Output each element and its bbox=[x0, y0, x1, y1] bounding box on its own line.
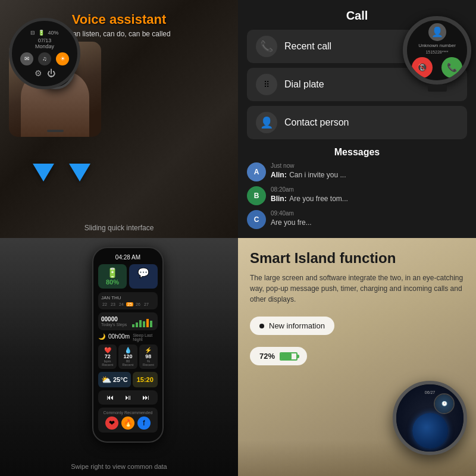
dial-plate-label: Dial plate bbox=[284, 79, 324, 90]
watch-date: 07/13 Monday bbox=[35, 37, 54, 49]
msg-text-2: Are you free tom... bbox=[289, 195, 348, 203]
heart-rate-block: ❤️ 72 bpm Recent bbox=[98, 345, 117, 369]
msg-time-3: 09:40am bbox=[271, 210, 467, 217]
accept-button[interactable]: 📞 bbox=[441, 57, 462, 78]
messages-title: Messages bbox=[247, 147, 467, 158]
time-block: 15:20 bbox=[133, 372, 158, 387]
bp-label: Recent bbox=[122, 363, 133, 367]
cal-day-5: 26 bbox=[134, 302, 142, 306]
phone-icon: 📞 bbox=[256, 36, 277, 57]
battery-icon: 🔋 bbox=[107, 267, 118, 278]
blood-pressure-block: 💧 120 80 Recent bbox=[118, 345, 137, 369]
battery-fill bbox=[281, 353, 292, 359]
gear-icon[interactable]: ⚙ bbox=[35, 68, 42, 78]
messages-section: Messages A Just now Alin: Can i invite y… bbox=[247, 147, 467, 234]
contact-icon: 👤 bbox=[256, 112, 277, 133]
battery-percent: 80% bbox=[106, 278, 119, 286]
contact-person-item[interactable]: 👤 Contact person bbox=[247, 106, 467, 139]
message-block: 💬 bbox=[129, 264, 158, 289]
msg-sender-2: Blin: bbox=[271, 195, 287, 203]
sleep-block: 🌙 00h00m Sleep Last Night bbox=[98, 333, 158, 342]
bp-value: 120 bbox=[123, 353, 132, 359]
health-row: ❤️ 72 bpm Recent 💧 120 80 Recent ⚡ 98 % … bbox=[98, 345, 158, 369]
signal-icon: ⊟ bbox=[30, 30, 35, 36]
new-info-pill: New information bbox=[250, 317, 334, 335]
weather-temp: 25°C bbox=[113, 376, 128, 383]
arrow-left bbox=[33, 164, 54, 181]
oxygen-label: Recent bbox=[143, 363, 154, 367]
dialpad-icon: ⠿ bbox=[256, 74, 277, 95]
svg-rect-1 bbox=[136, 322, 138, 327]
decline-button[interactable]: 📵 bbox=[412, 57, 433, 78]
quick-interface-panel: 04:28 AM 🔋 80% 💬 JAN THU 22 23 24 bbox=[0, 238, 238, 476]
msg-text-1: Can i invite you ... bbox=[289, 171, 346, 179]
bp-icon: 💧 bbox=[124, 347, 131, 353]
contact-person-label: Contact person bbox=[284, 117, 349, 128]
message-icon: 💬 bbox=[137, 267, 149, 278]
battery-pill: 72% bbox=[250, 347, 307, 365]
rec-icon-3[interactable]: f bbox=[137, 416, 151, 430]
battery-icon: 🔋 bbox=[38, 30, 45, 36]
weather-block: ⛅ 25°C bbox=[98, 372, 131, 387]
watch-face: 👤 Unknown number 1515228**** 📵 📞 bbox=[403, 16, 471, 84]
msg-avatar-1: A bbox=[247, 162, 266, 181]
brightness-icon: ☀ bbox=[56, 52, 69, 65]
prev-button[interactable]: ⏮ bbox=[107, 393, 114, 402]
round-watch-face: ⊟ 🔋 40% 07/13 Monday ✉ ♫ ☀ ⚙ ⏻ bbox=[9, 18, 80, 89]
rec-icon-2[interactable]: 🔥 bbox=[121, 416, 134, 430]
steps-value: 00000 bbox=[101, 316, 127, 322]
panel-time: 04:28 AM bbox=[98, 254, 158, 261]
cal-day-1: 22 bbox=[101, 302, 108, 306]
smart-island-description: The large screen and software integrate … bbox=[250, 273, 464, 305]
smart-island-panel: Smart Island function The large screen a… bbox=[238, 238, 476, 476]
arrow-right bbox=[69, 164, 90, 181]
heart-icon: ❤️ bbox=[104, 347, 111, 353]
weather-icon: ⛅ bbox=[101, 375, 111, 384]
cal-day-2: 23 bbox=[109, 302, 117, 306]
message-item-3: C 09:40am Are you fre... bbox=[247, 210, 467, 229]
weather-row: ⛅ 25°C 15:20 bbox=[98, 372, 158, 387]
recommended-label: Commonly Recommended bbox=[101, 411, 155, 415]
caller-avatar: 👤 bbox=[428, 23, 446, 41]
power-icon[interactable]: ⏻ bbox=[47, 68, 55, 78]
unknown-number-label: Unknown number bbox=[418, 43, 456, 48]
calendar-month: JAN THU bbox=[101, 295, 121, 300]
sliding-quick-label: Sliding quick interface bbox=[0, 224, 238, 232]
message-item-2: B 08:20am Blin: Are you free tom... bbox=[247, 186, 467, 205]
svg-rect-2 bbox=[139, 320, 142, 327]
incoming-call-watch: 👤 Unknown number 1515228**** 📵 📞 bbox=[403, 9, 471, 92]
svg-rect-4 bbox=[146, 319, 149, 327]
down-arrows bbox=[33, 164, 90, 181]
call-action-buttons: 📵 📞 bbox=[412, 57, 462, 78]
battery-percentage: 72% bbox=[259, 352, 275, 361]
moon-icon: 🌙 bbox=[98, 333, 105, 342]
battery-block: 🔋 80% bbox=[98, 264, 127, 289]
cal-day-6: 27 bbox=[143, 302, 150, 306]
heart-rate-label: Recent bbox=[102, 363, 113, 367]
svg-rect-0 bbox=[132, 324, 134, 327]
play-pause-button[interactable]: ⏯ bbox=[124, 393, 131, 402]
music-controls: ⏮ ⏯ ⏭ bbox=[98, 390, 158, 405]
smart-island-title: Smart Island function bbox=[250, 250, 464, 267]
svg-rect-3 bbox=[143, 321, 145, 327]
battery-cap bbox=[298, 355, 299, 358]
msg-time-1: Just now bbox=[271, 162, 467, 169]
steps-label: Today's Steps bbox=[101, 322, 127, 327]
oxygen-value: 98 bbox=[145, 353, 151, 359]
call-panel: Call 📞 Recent call ⠿ Dial plate 👤 Contac… bbox=[238, 0, 476, 238]
msg-time-2: 08:20am bbox=[271, 186, 467, 193]
watch-band-top bbox=[428, 9, 447, 16]
phone-ui-panel: 04:28 AM 🔋 80% 💬 JAN THU 22 23 24 bbox=[92, 247, 164, 443]
mail-icon: ✉ bbox=[20, 52, 33, 65]
battery-percent: 40% bbox=[48, 30, 58, 36]
rec-icon-1[interactable]: ❤ bbox=[105, 416, 118, 430]
message-item-1: A Just now Alin: Can i invite you ... bbox=[247, 162, 467, 181]
steps-chart bbox=[131, 315, 155, 327]
pill-dot bbox=[259, 324, 264, 328]
steps-block: 00000 Today's Steps bbox=[98, 312, 158, 330]
next-button[interactable]: ⏭ bbox=[142, 393, 149, 402]
sleep-value: 00h00m bbox=[108, 333, 130, 342]
new-info-label: New information bbox=[269, 321, 325, 330]
msg-avatar-2: B bbox=[247, 186, 266, 205]
phone-number: 1515228**** bbox=[425, 50, 448, 54]
